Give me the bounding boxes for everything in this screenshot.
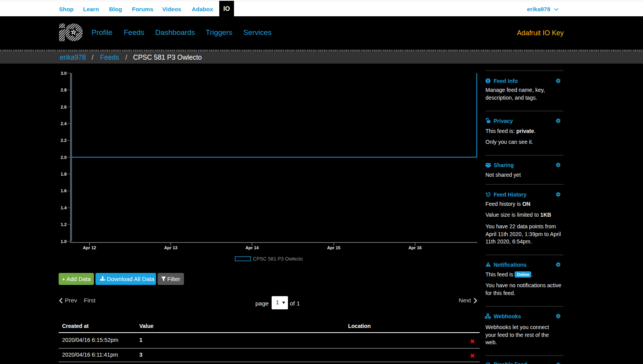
svg-text:1.4: 1.4 — [61, 205, 67, 210]
svg-text:Apr 15: Apr 15 — [327, 245, 340, 250]
svg-text:1.6: 1.6 — [61, 188, 66, 193]
svg-text:2.0: 2.0 — [61, 155, 66, 160]
svg-text:2.4: 2.4 — [61, 121, 67, 126]
svg-text:2.2: 2.2 — [61, 138, 66, 143]
svg-text:Apr 14: Apr 14 — [245, 245, 259, 250]
svg-text:Apr 16: Apr 16 — [408, 245, 421, 250]
svg-text:Apr 12: Apr 12 — [83, 245, 96, 250]
svg-text:Apr 13: Apr 13 — [164, 245, 177, 250]
svg-text:2.8: 2.8 — [61, 88, 66, 92]
svg-text:3.0: 3.0 — [61, 71, 66, 76]
svg-text:2.6: 2.6 — [61, 105, 66, 109]
svg-text:1.2: 1.2 — [61, 222, 66, 227]
svg-text:1.8: 1.8 — [61, 172, 66, 176]
svg-text:1.0: 1.0 — [61, 239, 66, 244]
